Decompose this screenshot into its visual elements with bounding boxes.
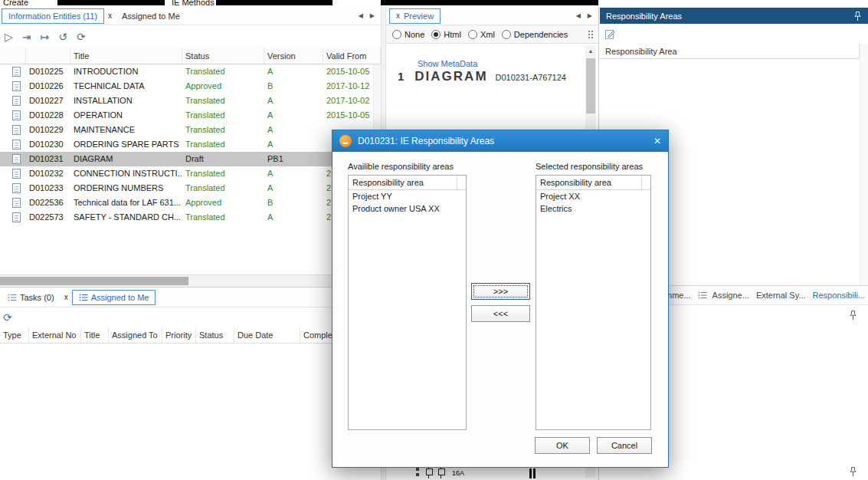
undo-icon[interactable]: ↺: [58, 31, 67, 42]
tab-assigned-to-me[interactable]: Assigned to Me: [116, 8, 186, 24]
table-row[interactable]: D010231 DIAGRAM Draft PB1: [0, 152, 381, 166]
panel-vertical-scrollbar[interactable]: [860, 44, 868, 285]
entity-status: Translated: [182, 108, 264, 123]
radio-icon[interactable]: [468, 30, 477, 39]
scrollbar-thumb[interactable]: [0, 277, 188, 285]
radio-icon-checked[interactable]: [431, 30, 441, 39]
heading-number: 1: [398, 70, 404, 83]
radio-xml[interactable]: Xml: [468, 30, 495, 39]
grid-horizontal-scrollbar[interactable]: [0, 275, 381, 287]
refresh-icon[interactable]: ⟳: [77, 31, 86, 42]
table-row[interactable]: D010225 INTRODUCTION Translated A 2015-1…: [0, 64, 381, 79]
move-left-button[interactable]: <<<: [471, 305, 530, 322]
table-row[interactable]: D010233 ORDERING NUMBERS Translated A 2: [0, 181, 381, 196]
list-item[interactable]: Electrics: [536, 202, 650, 215]
table-row[interactable]: D010232 CONNECTION INSTRUCTI... Translat…: [0, 166, 381, 181]
column-header-due-date[interactable]: Due Date: [234, 327, 300, 343]
scroll-tabs-right-icon[interactable]: ▶: [588, 12, 592, 19]
column-header-title[interactable]: Title: [81, 327, 109, 343]
table-row[interactable]: D022573 SAFETY - STANDARD CH... Translat…: [0, 210, 381, 225]
table-row[interactable]: D010229 MAINTENANCE Translated A: [0, 123, 381, 137]
preview-heading: 1 DIAGRAM D010231-A767124: [386, 69, 566, 84]
table-row[interactable]: D010226 TECHNICAL DATA Approved B 2017-1…: [0, 79, 381, 94]
table-row[interactable]: D010228 OPERATION Translated A 2015-10-0…: [0, 108, 381, 123]
table-row[interactable]: D010230 ORDERING SPARE PARTS Translated …: [0, 137, 381, 152]
checkin-icon[interactable]: ⇥: [22, 31, 31, 42]
column-header-status[interactable]: Status: [196, 327, 234, 343]
dialog-titlebar[interactable]: D010231: IE Responsibility Areas ✕: [332, 130, 668, 152]
scroll-tabs-right-icon[interactable]: ▶: [370, 12, 375, 19]
pin-icon[interactable]: [849, 310, 857, 321]
scrollbar-thumb[interactable]: [586, 58, 595, 113]
refresh-icon[interactable]: ⟳: [3, 312, 12, 323]
radio-dependencies[interactable]: Dependencies: [502, 30, 568, 39]
tab-assignees[interactable]: Assigne...: [698, 291, 749, 300]
tab-preview[interactable]: x Preview: [389, 8, 441, 24]
list-item[interactable]: Project YY: [349, 190, 466, 202]
tab-external-systems[interactable]: External Sy...: [756, 291, 806, 300]
scroll-tabs-left-icon[interactable]: ◀: [576, 12, 581, 19]
tab-label: Assigned to Me: [122, 12, 180, 21]
move-right-button[interactable]: >>>: [471, 283, 530, 300]
document-icon: [12, 212, 21, 222]
selected-areas-list[interactable]: Responsibility area Project XX Electrics: [536, 175, 651, 430]
entity-valid-from: 2015-10-05: [323, 64, 381, 79]
column-header-id[interactable]: [26, 48, 70, 64]
tab-scroll-controls: ◀ ▶: [359, 12, 381, 19]
entities-grid-header: Title Status Version Valid From: [0, 48, 381, 64]
ok-button[interactable]: OK: [535, 437, 590, 454]
radio-label: None: [405, 30, 424, 39]
tab-information-entities[interactable]: Information Entities (11): [2, 8, 104, 24]
column-header-version[interactable]: Version: [264, 48, 323, 64]
menu-highlight-bar: [57, 0, 165, 5]
document-icon: [12, 125, 21, 135]
column-header-status[interactable]: Status: [182, 48, 264, 64]
radio-icon[interactable]: [502, 30, 511, 39]
list-column-header[interactable]: Responsibility area: [349, 176, 466, 190]
menu-ie-methods[interactable]: IE Methods: [172, 0, 215, 7]
column-header-priority[interactable]: Priority: [162, 327, 196, 343]
document-icon: [12, 81, 21, 91]
play-icon[interactable]: ▷: [5, 31, 13, 42]
column-header-external-no[interactable]: External No: [29, 327, 81, 343]
tab-responsibilities[interactable]: Responsibili...: [813, 291, 865, 300]
close-tab-icon[interactable]: x: [104, 8, 116, 24]
available-areas-list[interactable]: Responsibility area Project YY Product o…: [348, 175, 467, 430]
list-item[interactable]: Project XX: [536, 190, 650, 202]
pin-icon[interactable]: [853, 11, 862, 21]
menu-create[interactable]: Create: [3, 0, 28, 7]
column-header-valid-from[interactable]: Valid From: [323, 48, 381, 64]
row-icon-cell: [0, 210, 26, 225]
entity-status: Translated: [182, 64, 264, 79]
radio-html[interactable]: Html: [431, 30, 461, 39]
scrollbar-up-icon[interactable]: ▲: [585, 46, 596, 57]
heading-title: DIAGRAM: [414, 69, 487, 84]
close-tab-icon[interactable]: x: [61, 290, 72, 305]
list-item[interactable]: Product owner USA XX: [349, 202, 466, 215]
table-row[interactable]: D010227 INSTALLATION Translated A 2017-1…: [0, 94, 381, 108]
edit-icon[interactable]: [604, 28, 616, 40]
column-header-title[interactable]: Title: [70, 48, 182, 64]
tab-tasks[interactable]: Tasks (0): [2, 290, 61, 305]
scroll-tabs-left-icon[interactable]: ◀: [359, 12, 363, 19]
close-tab-icon[interactable]: x: [396, 12, 400, 20]
diagram-mark: [415, 467, 421, 478]
radio-none[interactable]: None: [392, 30, 424, 39]
dock-grip-icon[interactable]: [587, 29, 595, 40]
responsibility-toolbar: [600, 24, 868, 44]
radio-icon[interactable]: [392, 30, 401, 39]
column-header-assigned-to[interactable]: Assigned To: [109, 327, 162, 343]
column-header-responsibility-area[interactable]: Responsibility Area: [600, 44, 868, 59]
cancel-button[interactable]: Cancel: [597, 437, 652, 454]
column-header-type[interactable]: Type: [0, 327, 29, 343]
close-icon[interactable]: ✕: [653, 136, 661, 146]
entity-title: Technical data for LAF 631...: [70, 196, 182, 210]
show-metadata-link[interactable]: Show MetaData: [418, 59, 477, 68]
tab-assigned-to-me-tasks[interactable]: Assigned to Me: [72, 290, 156, 305]
list-column-header[interactable]: Responsibility area: [536, 176, 650, 190]
table-row[interactable]: D022536 Technical data for LAF 631... Ap…: [0, 196, 381, 210]
pin-icon[interactable]: [849, 466, 857, 477]
checkout-icon[interactable]: ↦: [41, 31, 50, 42]
entity-version: A: [264, 181, 323, 196]
column-header-icon[interactable]: [0, 48, 26, 64]
